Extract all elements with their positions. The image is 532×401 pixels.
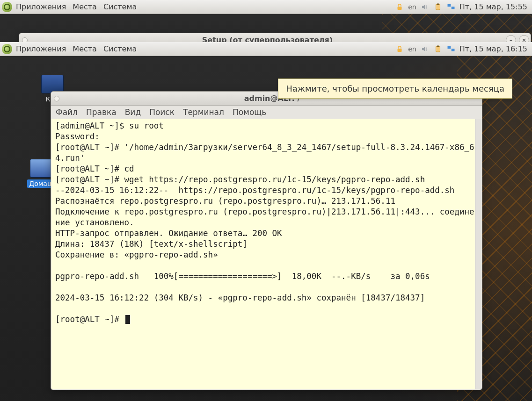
volume-icon[interactable] bbox=[420, 44, 430, 54]
clipboard-icon[interactable] bbox=[433, 2, 443, 12]
terminal-output[interactable]: [admin@ALT ~]$ su root Password: [root@A… bbox=[51, 119, 481, 389]
calendar-tooltip: Нажмите, чтобы просмотреть календарь мес… bbox=[278, 79, 512, 99]
lang-indicator[interactable]: en bbox=[408, 45, 416, 53]
terminal-menubar: Файл Правка Вид Поиск Терминал Помощь bbox=[51, 106, 482, 119]
terminal-window[interactable]: admin@ALT: / Файл Правка Вид Поиск Терми… bbox=[51, 91, 482, 390]
clock[interactable]: Пт, 15 мар, 15:55 bbox=[459, 2, 530, 11]
window-menu-button[interactable] bbox=[54, 96, 59, 101]
lang-indicator[interactable]: en bbox=[408, 3, 416, 11]
svg-rect-3 bbox=[437, 3, 439, 5]
menu-terminal[interactable]: Терминал bbox=[183, 107, 224, 117]
menu-file[interactable]: Файл bbox=[56, 107, 78, 117]
network-icon[interactable] bbox=[446, 2, 456, 12]
svg-rect-5 bbox=[451, 7, 454, 9]
svg-rect-7 bbox=[398, 49, 402, 52]
terminal-scrollbar[interactable] bbox=[475, 119, 481, 389]
folder-icon bbox=[30, 159, 52, 178]
menu-applications[interactable]: Приложения bbox=[16, 2, 66, 11]
svg-rect-1 bbox=[398, 7, 402, 10]
menu-system[interactable]: Система bbox=[103, 2, 137, 11]
network-icon[interactable] bbox=[446, 44, 456, 54]
svg-rect-9 bbox=[437, 45, 439, 47]
outer-top-panel: Приложения Места Система en Пт, 15 мар, … bbox=[0, 0, 532, 14]
svg-rect-10 bbox=[447, 46, 451, 49]
monitor-icon bbox=[41, 75, 64, 93]
menu-places[interactable]: Места bbox=[73, 44, 97, 53]
clock[interactable]: Пт, 15 мар, 16:15 bbox=[459, 44, 530, 53]
lock-icon[interactable] bbox=[395, 44, 404, 54]
svg-point-6 bbox=[4, 46, 10, 52]
clipboard-icon[interactable] bbox=[433, 44, 443, 54]
inner-top-panel: Приложения Места Система en Пт, 15 мар, … bbox=[0, 42, 532, 56]
menu-search[interactable]: Поиск bbox=[149, 107, 175, 117]
menu-places[interactable]: Места bbox=[73, 2, 97, 11]
menu-view[interactable]: Вид bbox=[125, 107, 141, 117]
menu-help[interactable]: Помощь bbox=[233, 107, 266, 117]
inner-desktop: Ком Домаш К admin@ALT: / Файл Правка Вид… bbox=[0, 56, 532, 401]
svg-rect-8 bbox=[436, 46, 440, 52]
menu-applications[interactable]: Приложения bbox=[16, 44, 66, 53]
svg-rect-4 bbox=[447, 4, 451, 7]
svg-rect-11 bbox=[451, 49, 454, 51]
menu-system[interactable]: Система bbox=[103, 44, 137, 53]
distro-icon[interactable] bbox=[2, 44, 12, 54]
svg-point-0 bbox=[4, 4, 10, 10]
distro-icon[interactable] bbox=[2, 2, 12, 12]
volume-icon[interactable] bbox=[420, 2, 430, 12]
menu-edit[interactable]: Правка bbox=[86, 107, 117, 117]
inner-screenshot-layer: Приложения Места Система en Пт, 15 мар, … bbox=[0, 42, 532, 401]
lock-icon[interactable] bbox=[395, 2, 404, 12]
svg-rect-2 bbox=[436, 4, 440, 10]
